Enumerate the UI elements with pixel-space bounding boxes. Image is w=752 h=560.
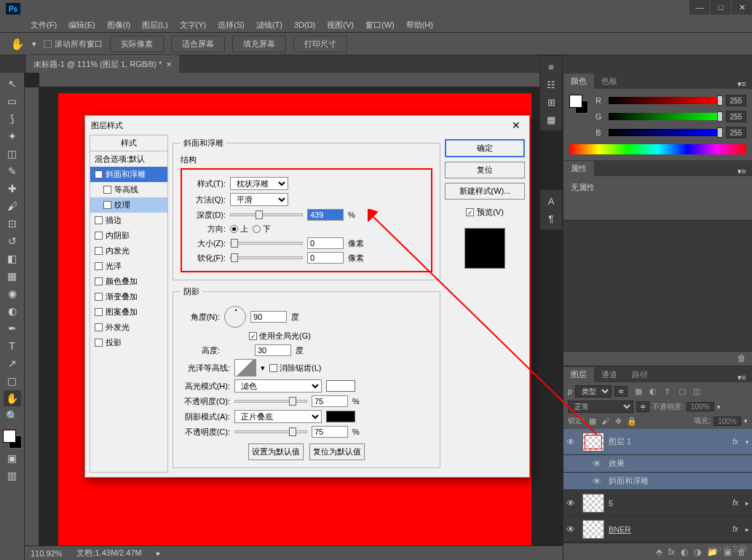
style-bevel[interactable]: ✓斜面和浮雕 (90, 167, 167, 182)
marquee-tool[interactable]: ▭ (4, 93, 21, 109)
checkbox-icon[interactable] (95, 339, 103, 347)
lock-transparency-icon[interactable]: ▦ (587, 416, 598, 426)
ok-button[interactable]: 确定 (445, 139, 525, 157)
healing-tool[interactable]: ✚ (4, 181, 21, 197)
hue-strip[interactable] (569, 144, 746, 154)
lock-position-icon[interactable]: ✥ (614, 416, 624, 426)
shadow-opacity-slider[interactable] (234, 430, 307, 433)
color-swatch[interactable] (3, 430, 22, 449)
adjustment-icon[interactable]: ◑ (694, 547, 701, 557)
altitude-input[interactable] (255, 344, 291, 356)
style-texture[interactable]: 纹理 (90, 197, 167, 213)
size-input[interactable] (307, 237, 344, 249)
layer-row[interactable]: 👁 BNER fx ▸ (563, 516, 752, 543)
menu-layer[interactable]: 图层(L) (138, 18, 172, 32)
zoom-tool[interactable]: 🔍 (4, 408, 21, 424)
actual-pixels-button[interactable]: 实际像素 (110, 36, 164, 52)
brush-tool[interactable]: 🖌 (4, 198, 21, 214)
filter-adjust-icon[interactable]: ◐ (648, 387, 658, 397)
menu-view[interactable]: 视图(V) (322, 18, 358, 32)
status-arrow-icon[interactable]: ▸ (157, 548, 161, 558)
style-drop-shadow[interactable]: 投影 (90, 335, 167, 350)
style-select[interactable]: 枕状浮雕 (230, 177, 288, 190)
filter-kind-select[interactable]: 类型 (575, 385, 612, 398)
scroll-all-checkbox[interactable]: 滚动所有窗口 (44, 39, 103, 50)
size-slider[interactable] (230, 242, 303, 245)
visibility-icon[interactable]: 👁 (593, 459, 604, 469)
tab-layers[interactable]: 图层 (563, 367, 594, 382)
filter-shape-icon[interactable]: ▢ (677, 387, 687, 397)
menu-select[interactable]: 选择(S) (213, 18, 249, 32)
quickmask-tool[interactable]: ▣ (4, 450, 21, 466)
soften-input[interactable] (307, 252, 344, 264)
minimize-button[interactable]: — (689, 0, 710, 15)
angle-input[interactable] (250, 311, 287, 323)
menu-filter[interactable]: 滤镜(T) (252, 18, 287, 32)
fx-icon[interactable]: fx (668, 547, 675, 557)
type-tool[interactable]: T (4, 338, 21, 354)
pen-tool[interactable]: ✒ (4, 320, 21, 336)
layer-thumb[interactable] (582, 494, 604, 513)
menu-type[interactable]: 文字(Y) (175, 18, 211, 32)
para-icon[interactable]: ¶ (542, 210, 561, 226)
direction-up-radio[interactable]: 上 (230, 224, 248, 234)
print-size-button[interactable]: 打印尺寸 (293, 36, 347, 52)
direction-down-radio[interactable]: 下 (253, 224, 271, 234)
menu-edit[interactable]: 编辑(E) (64, 18, 100, 32)
soften-slider[interactable] (230, 256, 303, 259)
shadow-mode-select[interactable]: 正片叠底 (234, 410, 322, 423)
tab-channels[interactable]: 通道 (594, 367, 625, 382)
menu-3d[interactable]: 3D(D) (290, 19, 320, 31)
angle-wheel[interactable] (224, 306, 246, 328)
reset-default-button[interactable]: 复位为默认值 (309, 443, 365, 460)
b-slider[interactable] (609, 129, 720, 136)
layer-effects-row[interactable]: 👁 效果 (563, 455, 752, 473)
move-tool[interactable]: ↖ (4, 76, 21, 92)
chevron-right-icon[interactable]: ▸ (745, 526, 749, 533)
info-icon[interactable]: ▦ (542, 111, 561, 127)
crop-tool[interactable]: ◫ (4, 146, 21, 162)
technique-select[interactable]: 平滑 (230, 193, 288, 206)
filter-smart-icon[interactable]: ◫ (692, 387, 702, 397)
blur-tool[interactable]: ◉ (4, 285, 21, 301)
menu-help[interactable]: 帮助(H) (402, 18, 438, 32)
eraser-tool[interactable]: ◧ (4, 251, 21, 267)
char-icon[interactable]: A (542, 193, 561, 209)
fill-input[interactable] (713, 417, 741, 426)
checkbox-icon[interactable] (95, 308, 103, 316)
style-color-overlay[interactable]: 颜色叠加 (90, 274, 167, 289)
visibility-icon[interactable]: 👁 (593, 476, 604, 486)
checkbox-icon[interactable] (95, 293, 103, 301)
panel-menu-icon[interactable]: ▾≡ (732, 167, 752, 176)
depth-input[interactable] (307, 209, 344, 221)
layer-effect-bevel[interactable]: 👁 斜面和浮雕 (563, 473, 752, 490)
opacity-input[interactable] (686, 402, 714, 411)
gradient-tool[interactable]: ▦ (4, 268, 21, 284)
path-tool[interactable]: ↗ (4, 355, 21, 371)
checkbox-icon[interactable] (95, 277, 103, 285)
blend-dropdown[interactable]: ≑ (636, 401, 649, 412)
dialog-close-icon[interactable]: ✕ (509, 119, 523, 131)
highlight-mode-select[interactable]: 滤色 (234, 379, 322, 393)
maximize-button[interactable]: □ (711, 0, 731, 15)
layer-name[interactable]: BNER (609, 525, 728, 534)
tab-properties[interactable]: 属性 (563, 161, 594, 176)
contour-dropdown-icon[interactable]: ▾ (261, 363, 265, 373)
contour-picker[interactable] (234, 359, 256, 376)
close-tab-icon[interactable]: ✕ (166, 60, 172, 68)
global-light-checkbox[interactable]: ✓使用全局光(G) (249, 331, 311, 342)
hand-tool-icon[interactable]: ✋ (10, 37, 25, 51)
b-input[interactable] (726, 127, 746, 138)
fill-screen-button[interactable]: 填充屏幕 (232, 36, 286, 52)
eyedropper-tool[interactable]: ✎ (4, 163, 21, 179)
layer-fx-badge[interactable]: fx (732, 499, 738, 507)
lasso-tool[interactable]: ⟆ (4, 111, 21, 127)
brush-preset-icon[interactable]: ☷ (542, 76, 561, 92)
visibility-icon[interactable]: 👁 (566, 498, 578, 508)
shape-tool[interactable]: ▢ (4, 373, 21, 389)
layer-name[interactable]: 5 (609, 499, 728, 508)
layer-fx-badge[interactable]: fx (732, 438, 738, 446)
g-slider[interactable] (609, 113, 720, 120)
tab-swatches[interactable]: 色板 (594, 74, 625, 89)
layer-name[interactable]: 图层 1 (609, 436, 728, 447)
